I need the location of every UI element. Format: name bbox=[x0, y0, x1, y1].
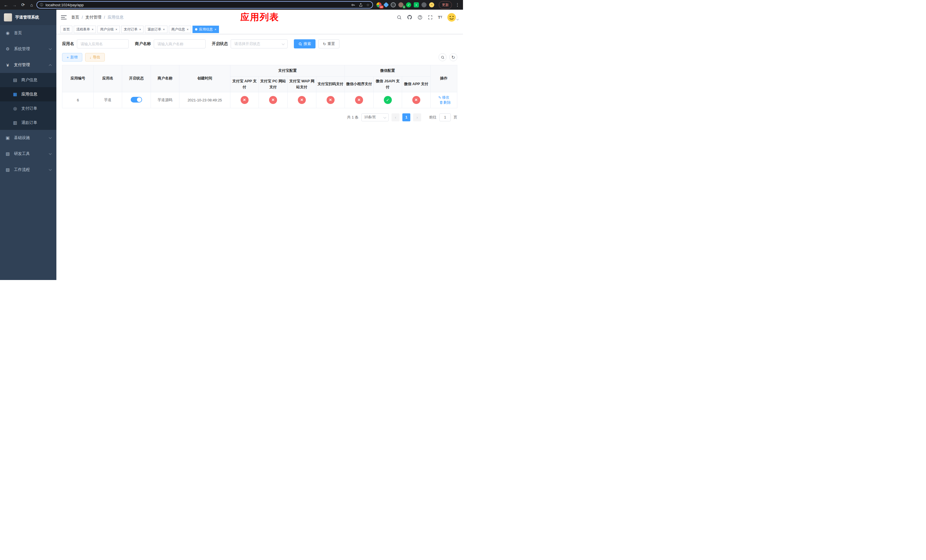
delete-button[interactable]: 删除 bbox=[440, 100, 451, 105]
browser-window: ← → ⟳ ⌂ ⓘ localhost:1024/pay/app ☆ bbox=[0, 0, 463, 280]
close-icon[interactable]: × bbox=[92, 28, 94, 31]
col-header-wx-app: 微信 APP 支付 bbox=[402, 77, 431, 92]
next-page-button[interactable]: › bbox=[413, 114, 421, 121]
chevron-down-icon bbox=[49, 47, 52, 50]
sidebar-item-payment[interactable]: ¥ 支付管理 bbox=[0, 57, 56, 73]
extension-icon-puzzle[interactable] bbox=[421, 2, 427, 8]
page-content: 应用名 商户名称 开启状态 请选择开启状态 搜索 bbox=[56, 34, 463, 280]
sidebar-item-infra[interactable]: ▣ 基础设施 bbox=[0, 130, 56, 146]
merchant-name-input[interactable] bbox=[154, 39, 206, 48]
sidebar-item-pay-order[interactable]: ◎ 支付订单 bbox=[0, 101, 56, 116]
extension-icon-avatar[interactable]: 1 bbox=[398, 2, 404, 8]
tab-refund-order[interactable]: 退款订单 × bbox=[145, 26, 167, 33]
user-menu[interactable] bbox=[447, 13, 458, 22]
workflow-icon: ▨ bbox=[5, 167, 10, 173]
breadcrumb-payment[interactable]: 支付管理 bbox=[85, 15, 101, 20]
close-icon[interactable]: × bbox=[139, 28, 141, 31]
close-icon[interactable]: × bbox=[215, 28, 216, 31]
edit-icon: ✎ bbox=[438, 95, 441, 100]
refund-order-icon: ▥ bbox=[12, 120, 18, 125]
help-icon[interactable] bbox=[418, 15, 422, 20]
collapse-sidebar-icon[interactable] bbox=[61, 15, 67, 20]
sidebar: 芋道管理系统 ◉ 首页 ⚙ 系统管理 ¥ 支付管理 bbox=[0, 10, 56, 280]
bookmark-star-icon[interactable]: ☆ bbox=[366, 3, 369, 7]
add-button[interactable]: + 新增 bbox=[62, 53, 82, 62]
close-icon[interactable]: × bbox=[115, 28, 117, 31]
app-header: 首页 / 支付管理 / 应用信息 应用列表 bbox=[56, 10, 463, 25]
browser-update-button[interactable]: 更新 bbox=[439, 1, 452, 9]
alipay-wap-status-icon bbox=[298, 96, 306, 104]
close-icon[interactable]: × bbox=[187, 28, 189, 31]
tab-app-info[interactable]: 应用信息 × bbox=[192, 26, 219, 33]
sidebar-item-devtools[interactable]: ▧ 研发工具 bbox=[0, 146, 56, 162]
github-icon[interactable] bbox=[407, 15, 412, 20]
sidebar-item-label: 首页 bbox=[14, 30, 22, 36]
tab-user-group[interactable]: 用户分组 × bbox=[97, 26, 120, 33]
tab-pay-order[interactable]: 支付订单 × bbox=[121, 26, 144, 33]
goto-page-input[interactable] bbox=[439, 114, 451, 121]
page-size-select[interactable]: 10条/页 bbox=[362, 114, 389, 121]
sidebar-item-merchant-info[interactable]: ▤ 商户信息 bbox=[0, 73, 56, 87]
reset-button[interactable]: ↻ 重置 bbox=[318, 39, 339, 48]
cell-name: 芋道 bbox=[94, 92, 122, 108]
group-header-alipay: 支付宝配置 bbox=[230, 65, 345, 77]
page-number-1[interactable]: 1 bbox=[402, 114, 410, 121]
breadcrumb-home[interactable]: 首页 bbox=[71, 15, 79, 20]
browser-back-button[interactable]: ← bbox=[2, 1, 10, 9]
search-icon[interactable] bbox=[396, 15, 402, 20]
browser-toolbar: ← → ⟳ ⌂ ⓘ localhost:1024/pay/app ☆ bbox=[0, 0, 463, 10]
font-size-icon[interactable]: TT bbox=[438, 15, 442, 20]
site-info-icon[interactable]: ⓘ bbox=[40, 3, 43, 8]
extension-icon-check[interactable]: ✓ bbox=[406, 2, 411, 8]
export-button[interactable]: ↓ 导出 bbox=[85, 53, 105, 62]
extension-icon-chat[interactable]: ▪ bbox=[414, 2, 419, 8]
prev-page-button[interactable]: ‹ bbox=[392, 114, 399, 121]
browser-reload-button[interactable]: ⟳ bbox=[20, 1, 27, 9]
extension-icon-globe[interactable] bbox=[391, 2, 396, 8]
extension-icon-gem[interactable] bbox=[383, 2, 389, 8]
extension-icon-emoji[interactable]: ᴖ bbox=[429, 2, 434, 8]
add-button-label: 新增 bbox=[70, 55, 78, 60]
chevron-down-icon bbox=[49, 152, 52, 155]
sidebar-item-home[interactable]: ◉ 首页 bbox=[0, 25, 56, 41]
browser-menu-icon[interactable]: ⋮ bbox=[454, 2, 461, 8]
tab-label: 商户信息 bbox=[171, 27, 185, 32]
fullscreen-icon[interactable] bbox=[428, 15, 433, 20]
payment-submenu: ▤ 商户信息 ▦ 应用信息 ◎ 支付订单 ▥ 退款订单 bbox=[0, 73, 56, 130]
pay-order-icon: ◎ bbox=[12, 106, 18, 111]
status-select[interactable]: 请选择开启状态 bbox=[231, 39, 287, 48]
sidebar-item-label: 工作流程 bbox=[14, 167, 30, 173]
col-header-wx-jsapi: 微信 JSAPI 支付 bbox=[374, 77, 402, 92]
col-header-alipay-app: 支付宝 APP 支付 bbox=[230, 77, 259, 92]
close-icon[interactable]: × bbox=[163, 28, 165, 31]
sidebar-item-system[interactable]: ⚙ 系统管理 bbox=[0, 41, 56, 57]
sidebar-item-workflow[interactable]: ▨ 工作流程 bbox=[0, 162, 56, 178]
browser-forward-button[interactable]: → bbox=[11, 1, 18, 9]
infra-icon: ▣ bbox=[5, 135, 10, 141]
tab-process-form[interactable]: 流程表单 × bbox=[74, 26, 96, 33]
status-select-placeholder: 请选择开启状态 bbox=[235, 41, 260, 47]
refresh-table-button[interactable]: ↻ bbox=[449, 53, 457, 61]
status-toggle[interactable] bbox=[131, 97, 142, 103]
breadcrumb: 首页 / 支付管理 / 应用信息 bbox=[71, 15, 124, 20]
address-bar[interactable]: ⓘ localhost:1024/pay/app ☆ bbox=[36, 1, 373, 9]
search-button[interactable]: 搜索 bbox=[294, 39, 316, 48]
app-name-input[interactable] bbox=[77, 39, 129, 48]
toggle-search-button[interactable] bbox=[439, 53, 446, 61]
export-button-label: 导出 bbox=[93, 55, 100, 60]
goto-label: 前往 bbox=[429, 115, 437, 120]
alipay-app-status-icon bbox=[241, 96, 248, 104]
avatar[interactable] bbox=[447, 13, 456, 22]
password-key-icon[interactable] bbox=[351, 3, 356, 7]
col-header-alipay-wap: 支付宝 WAP 网站支付 bbox=[287, 77, 316, 92]
chevron-down-icon bbox=[384, 116, 386, 118]
app-grid-icon: ▦ bbox=[12, 92, 18, 97]
tab-merchant-info[interactable]: 商户信息 × bbox=[169, 26, 191, 33]
tab-home[interactable]: 首页 bbox=[61, 26, 72, 33]
share-icon[interactable] bbox=[359, 3, 363, 7]
extension-icon-grid[interactable]: 10 bbox=[377, 2, 381, 8]
edit-button[interactable]: ✎ 修改 bbox=[438, 95, 449, 100]
sidebar-item-app-info[interactable]: ▦ 应用信息 bbox=[0, 87, 56, 101]
browser-home-button[interactable]: ⌂ bbox=[28, 1, 35, 9]
sidebar-item-refund-order[interactable]: ▥ 退款订单 bbox=[0, 116, 56, 130]
